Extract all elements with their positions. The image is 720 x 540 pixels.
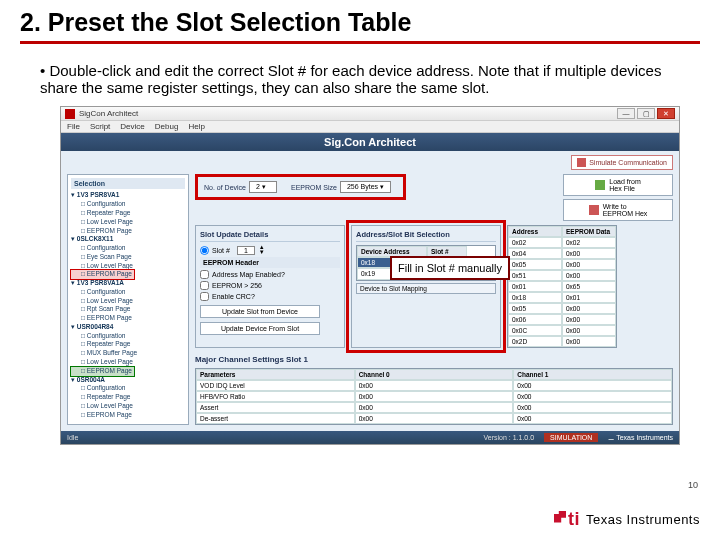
slot-radio[interactable] [200, 246, 209, 255]
status-version: Version : 1.1.0.0 [484, 434, 535, 441]
table-row: Assert0x000x00 [196, 402, 672, 413]
table-row[interactable]: 0x180x01 [508, 292, 616, 303]
eeprom-header-label: EEPROM Header [200, 257, 340, 268]
device-tree: 1V3 PSR8VA1ConfigurationRepeater PageLow… [71, 191, 185, 419]
tree-item[interactable]: Configuration [71, 288, 185, 297]
brand-footer: ti Texas Instruments [0, 498, 720, 540]
app-icon [65, 109, 75, 119]
slide-bullet: Double-click and edit the correct Slot #… [40, 62, 700, 96]
app-window: SigCon Architect — ▢ ✕ File Script Devic… [60, 106, 680, 445]
table-row[interactable]: 0x060x00 [508, 314, 616, 325]
tree-item[interactable]: Configuration [71, 200, 185, 209]
table-row[interactable]: 0x040x00 [508, 248, 616, 259]
tree-device[interactable]: USR004R84 [71, 323, 185, 332]
menu-script[interactable]: Script [90, 122, 110, 131]
table-row: HFB/VFO Ratio0x000x00 [196, 391, 672, 402]
table-row[interactable]: 0x0C0x00 [508, 325, 616, 336]
status-left: Idle [67, 434, 78, 441]
chip-icon [589, 205, 599, 215]
max-button[interactable]: ▢ [637, 108, 655, 119]
slot-num-input[interactable]: 1 [237, 246, 255, 255]
tree-item[interactable]: Rpt Scan Page [71, 305, 185, 314]
min-button[interactable]: — [617, 108, 635, 119]
tree-item[interactable]: Repeater Page [71, 340, 185, 349]
menu-debug[interactable]: Debug [155, 122, 179, 131]
update-device-button[interactable]: Update Device From Slot [200, 322, 320, 335]
tree-item[interactable]: EEPROM Page [71, 411, 185, 420]
address-table: AddressEEPROM Data0x020x020x040x000x050x… [507, 225, 617, 348]
ti-logo: ti Texas Instruments [568, 509, 700, 530]
num-device-label: No. of Device [204, 184, 246, 191]
table-row: De-assert0x000x00 [196, 413, 672, 424]
addr-map-check[interactable] [200, 270, 209, 279]
slot-update-title: Slot Update Details [200, 230, 340, 242]
page-number: 10 [688, 480, 698, 490]
table-row: VOD IDQ Level0x000x00 [196, 380, 672, 391]
eeprom-size-select[interactable]: 256 Bytes ▾ [340, 181, 391, 193]
sidebar-title: Selection [71, 178, 185, 189]
table-row[interactable]: 0x050x00 [508, 303, 616, 314]
tree-item[interactable]: EEPROM Page [71, 314, 185, 323]
tree-item[interactable]: Repeater Page [71, 393, 185, 402]
tree-item[interactable]: EEPROM Page [71, 227, 185, 236]
tree-device[interactable]: 1V3 PSR8VA1A [71, 279, 185, 288]
num-device-select[interactable]: 2 ▾ [249, 181, 277, 193]
table-row[interactable]: 0x010x65 [508, 281, 616, 292]
close-button[interactable]: ✕ [657, 108, 675, 119]
top-fields-panel: No. of Device 2 ▾ EEPROM Size 256 Bytes … [195, 174, 406, 200]
status-brand: ⚊ Texas Instruments [608, 434, 673, 442]
tree-device[interactable]: 0SLCK8X11 [71, 235, 185, 244]
window-titlebar: SigCon Architect — ▢ ✕ [61, 107, 679, 121]
table-row[interactable]: 0x510x00 [508, 270, 616, 281]
simulate-icon [577, 158, 586, 167]
callout-annotation: Fill in Slot # manually [390, 256, 510, 280]
eeprom-256-check[interactable] [200, 281, 209, 290]
slot-selection-title: Address/Slot Bit Selection [356, 230, 496, 242]
major-settings-table: ParametersChannel 0Channel 1VOD IDQ Leve… [195, 368, 673, 425]
folder-icon [595, 180, 605, 190]
load-hex-button[interactable]: Load from Hex File [563, 174, 673, 196]
tree-item[interactable]: EEPROM Page [71, 367, 134, 376]
table-row[interactable]: 0x050x00 [508, 259, 616, 270]
tree-item[interactable]: Low Level Page [71, 358, 185, 367]
tree-item[interactable]: EEPROM Page [71, 270, 134, 279]
table-row[interactable]: 0x020x02 [508, 237, 616, 248]
tree-item[interactable]: Low Level Page [71, 262, 185, 271]
app-title-banner: Sig.Con Architect [61, 133, 679, 151]
sidebar: Selection 1V3 PSR8VA1ConfigurationRepeat… [67, 174, 189, 425]
write-eeprom-button[interactable]: Write to EEPROM Hex [563, 199, 673, 221]
eeprom-size-label: EEPROM Size [291, 184, 337, 191]
major-settings-title: Major Channel Settings Slot 1 [195, 355, 673, 364]
menu-device[interactable]: Device [120, 122, 144, 131]
tree-item[interactable]: Configuration [71, 244, 185, 253]
tree-item[interactable]: Repeater Page [71, 209, 185, 218]
tree-item[interactable]: Configuration [71, 332, 185, 341]
brand-name: Texas Instruments [586, 512, 700, 527]
highlight-fields-box: No. of Device 2 ▾ EEPROM Size 256 Bytes … [200, 179, 401, 195]
tree-item[interactable]: Eye Scan Page [71, 253, 185, 262]
ti-mark-icon: ti [568, 509, 580, 530]
menubar: File Script Device Debug Help [61, 121, 679, 133]
table-row[interactable]: 0x2D0x00 [508, 336, 616, 347]
toolbar: Simulate Communication [61, 151, 679, 174]
tree-item[interactable]: Low Level Page [71, 402, 185, 411]
tree-device[interactable]: 1V3 PSR8VA1 [71, 191, 185, 200]
update-from-device-button[interactable]: Update Slot from Device [200, 305, 320, 318]
slot-selection-panel: Address/Slot Bit Selection Device Addres… [351, 225, 501, 348]
menu-help[interactable]: Help [188, 122, 204, 131]
tree-item[interactable]: Low Level Page [71, 218, 185, 227]
stepper-icon[interactable]: ▲▼ [259, 245, 265, 255]
crc-check[interactable] [200, 292, 209, 301]
slot-update-panel: Slot Update Details Slot #1▲▼ EEPROM Hea… [195, 225, 345, 348]
tree-item[interactable]: Configuration [71, 384, 185, 393]
window-title: SigCon Architect [79, 109, 138, 118]
slide-title: 2. Preset the Slot Selection Table [20, 8, 700, 44]
status-mode: SIMULATION [544, 433, 598, 442]
tree-item[interactable]: MUX Buffer Page [71, 349, 185, 358]
mapping-button[interactable]: Device to Slot Mapping [356, 283, 496, 294]
tree-item[interactable]: Low Level Page [71, 297, 185, 306]
statusbar: Idle Version : 1.1.0.0 SIMULATION ⚊ Texa… [61, 431, 679, 444]
menu-file[interactable]: File [67, 122, 80, 131]
tree-device[interactable]: 0SR004A [71, 376, 185, 385]
simulate-button[interactable]: Simulate Communication [571, 155, 673, 170]
